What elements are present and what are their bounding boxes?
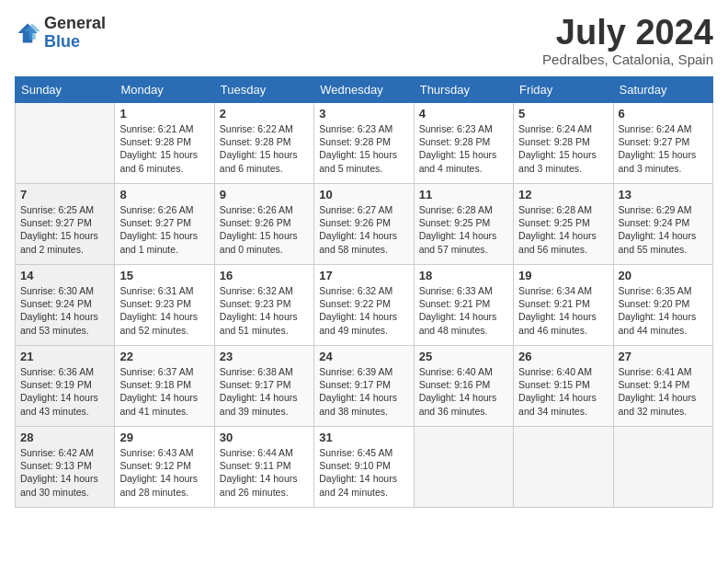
day-number: 23 [220,350,309,363]
logo-general-text: General [44,15,106,33]
logo-blue-text: Blue [44,33,106,52]
day-number: 19 [518,269,608,282]
day-number: 22 [119,350,209,363]
calendar-cell: 28Sunrise: 6:42 AM Sunset: 9:13 PM Dayli… [16,427,115,508]
weekday-header-saturday: Saturday [613,77,712,103]
calendar-cell: 22Sunrise: 6:37 AM Sunset: 9:18 PM Dayli… [115,346,214,427]
calendar-cell: 3Sunrise: 6:23 AM Sunset: 9:28 PM Daylig… [314,103,414,184]
weekday-header-tuesday: Tuesday [214,77,313,103]
calendar-cell: 6Sunrise: 6:24 AM Sunset: 9:27 PM Daylig… [613,103,712,184]
calendar-body: 1Sunrise: 6:21 AM Sunset: 9:28 PM Daylig… [16,103,713,508]
day-number: 24 [319,350,408,363]
day-number: 20 [619,269,708,282]
day-info: Sunrise: 6:40 AM Sunset: 9:16 PM Dayligh… [419,365,508,418]
calendar-cell: 23Sunrise: 6:38 AM Sunset: 9:17 PM Dayli… [214,346,313,427]
title-block: July 2024 Pedralbes, Catalonia, Spain [542,15,713,67]
day-number: 17 [319,269,408,282]
calendar-cell: 25Sunrise: 6:40 AM Sunset: 9:16 PM Dayli… [414,346,513,427]
day-info: Sunrise: 6:37 AM Sunset: 9:18 PM Dayligh… [119,365,209,418]
day-number: 5 [518,107,608,121]
calendar-cell [16,103,115,184]
day-info: Sunrise: 6:40 AM Sunset: 9:15 PM Dayligh… [518,365,608,418]
day-number: 2 [220,107,309,121]
calendar-cell: 1Sunrise: 6:21 AM Sunset: 9:28 PM Daylig… [115,103,214,184]
weekday-header-friday: Friday [514,77,613,103]
logo-text: General Blue [44,15,106,52]
calendar-cell [514,427,613,508]
calendar-week-row: 28Sunrise: 6:42 AM Sunset: 9:13 PM Dayli… [16,427,713,508]
day-number: 11 [419,188,508,201]
weekday-header-sunday: Sunday [16,77,115,103]
calendar-cell: 14Sunrise: 6:30 AM Sunset: 9:24 PM Dayli… [16,265,115,346]
calendar-cell: 21Sunrise: 6:36 AM Sunset: 9:19 PM Dayli… [16,346,115,427]
day-number: 3 [319,107,408,121]
day-info: Sunrise: 6:24 AM Sunset: 9:27 PM Dayligh… [619,122,708,175]
day-number: 8 [119,188,209,201]
day-info: Sunrise: 6:38 AM Sunset: 9:17 PM Dayligh… [220,365,309,418]
calendar-cell: 18Sunrise: 6:33 AM Sunset: 9:21 PM Dayli… [414,265,513,346]
day-info: Sunrise: 6:36 AM Sunset: 9:19 PM Dayligh… [20,365,109,418]
day-info: Sunrise: 6:23 AM Sunset: 9:28 PM Dayligh… [319,122,408,175]
calendar-week-row: 7Sunrise: 6:25 AM Sunset: 9:27 PM Daylig… [16,184,713,265]
calendar-table: SundayMondayTuesdayWednesdayThursdayFrid… [15,76,713,508]
day-info: Sunrise: 6:44 AM Sunset: 9:11 PM Dayligh… [220,446,309,499]
calendar-cell [613,427,712,508]
calendar-cell: 10Sunrise: 6:27 AM Sunset: 9:26 PM Dayli… [314,184,414,265]
day-info: Sunrise: 6:21 AM Sunset: 9:28 PM Dayligh… [119,122,209,175]
day-info: Sunrise: 6:34 AM Sunset: 9:21 PM Dayligh… [518,284,608,337]
day-info: Sunrise: 6:33 AM Sunset: 9:21 PM Dayligh… [419,284,508,337]
calendar-week-row: 21Sunrise: 6:36 AM Sunset: 9:19 PM Dayli… [16,346,713,427]
day-number: 16 [220,269,309,282]
calendar-cell: 20Sunrise: 6:35 AM Sunset: 9:20 PM Dayli… [613,265,712,346]
day-number: 21 [20,350,109,363]
calendar-cell: 31Sunrise: 6:45 AM Sunset: 9:10 PM Dayli… [314,427,414,508]
calendar-cell: 16Sunrise: 6:32 AM Sunset: 9:23 PM Dayli… [214,265,313,346]
calendar-header: SundayMondayTuesdayWednesdayThursdayFrid… [16,77,713,103]
calendar-cell: 5Sunrise: 6:24 AM Sunset: 9:28 PM Daylig… [514,103,613,184]
day-number: 27 [619,350,708,363]
day-number: 25 [419,350,508,363]
calendar-cell: 2Sunrise: 6:22 AM Sunset: 9:28 PM Daylig… [214,103,313,184]
day-info: Sunrise: 6:24 AM Sunset: 9:28 PM Dayligh… [518,122,608,175]
calendar-cell: 13Sunrise: 6:29 AM Sunset: 9:24 PM Dayli… [613,184,712,265]
weekday-header-wednesday: Wednesday [314,77,414,103]
day-info: Sunrise: 6:26 AM Sunset: 9:26 PM Dayligh… [220,203,309,256]
day-number: 6 [619,107,708,121]
calendar-cell: 24Sunrise: 6:39 AM Sunset: 9:17 PM Dayli… [314,346,414,427]
day-info: Sunrise: 6:31 AM Sunset: 9:23 PM Dayligh… [119,284,209,337]
day-number: 14 [20,269,109,282]
day-info: Sunrise: 6:41 AM Sunset: 9:14 PM Dayligh… [619,365,708,418]
day-info: Sunrise: 6:22 AM Sunset: 9:28 PM Dayligh… [220,122,309,175]
day-number: 9 [220,188,309,201]
day-info: Sunrise: 6:28 AM Sunset: 9:25 PM Dayligh… [518,203,608,256]
day-info: Sunrise: 6:39 AM Sunset: 9:17 PM Dayligh… [319,365,408,418]
calendar-cell [414,427,513,508]
calendar-cell: 12Sunrise: 6:28 AM Sunset: 9:25 PM Dayli… [514,184,613,265]
calendar-cell: 11Sunrise: 6:28 AM Sunset: 9:25 PM Dayli… [414,184,513,265]
month-title: July 2024 [542,15,713,50]
weekday-header-thursday: Thursday [414,77,513,103]
day-info: Sunrise: 6:27 AM Sunset: 9:26 PM Dayligh… [319,203,408,256]
day-number: 10 [319,188,408,201]
day-number: 31 [319,431,408,444]
weekday-header-row: SundayMondayTuesdayWednesdayThursdayFrid… [16,77,713,103]
day-number: 1 [119,107,209,121]
day-number: 12 [518,188,608,201]
day-info: Sunrise: 6:25 AM Sunset: 9:27 PM Dayligh… [20,203,109,256]
day-info: Sunrise: 6:29 AM Sunset: 9:24 PM Dayligh… [619,203,708,256]
day-info: Sunrise: 6:45 AM Sunset: 9:10 PM Dayligh… [319,446,408,499]
calendar-cell: 7Sunrise: 6:25 AM Sunset: 9:27 PM Daylig… [16,184,115,265]
day-number: 18 [419,269,508,282]
calendar-cell: 19Sunrise: 6:34 AM Sunset: 9:21 PM Dayli… [514,265,613,346]
day-number: 13 [619,188,708,201]
calendar-cell: 15Sunrise: 6:31 AM Sunset: 9:23 PM Dayli… [115,265,214,346]
day-number: 7 [20,188,109,201]
day-info: Sunrise: 6:35 AM Sunset: 9:20 PM Dayligh… [619,284,708,337]
day-info: Sunrise: 6:32 AM Sunset: 9:22 PM Dayligh… [319,284,408,337]
calendar-cell: 9Sunrise: 6:26 AM Sunset: 9:26 PM Daylig… [214,184,313,265]
day-info: Sunrise: 6:32 AM Sunset: 9:23 PM Dayligh… [220,284,309,337]
day-number: 28 [20,431,109,444]
calendar-cell: 17Sunrise: 6:32 AM Sunset: 9:22 PM Dayli… [314,265,414,346]
day-number: 30 [220,431,309,444]
calendar-cell: 26Sunrise: 6:40 AM Sunset: 9:15 PM Dayli… [514,346,613,427]
